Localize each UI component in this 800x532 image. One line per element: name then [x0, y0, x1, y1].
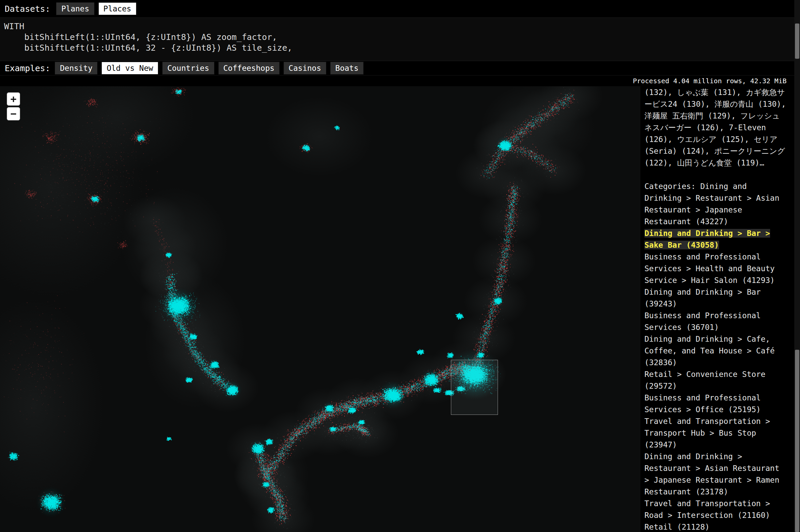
example-button-casinos[interactable]: Casinos — [284, 62, 326, 75]
query-text[interactable]: WITH bitShiftLeft(1::UInt64, {z:UInt8}) … — [4, 21, 800, 53]
example-button-boats[interactable]: Boats — [330, 62, 364, 75]
zoom-out-button[interactable]: − — [7, 107, 20, 120]
datasets-label: Datasets: — [5, 4, 50, 14]
code-scrollbar-thumb[interactable] — [795, 23, 799, 59]
zoom-in-button[interactable]: + — [7, 92, 20, 106]
example-buttons: DensityOld vs NewCountriesCoffeeshopsCas… — [55, 62, 364, 75]
status-text: Processed 4.04 million rows, 42.32 MiB — [633, 77, 786, 85]
dataset-button-planes[interactable]: Planes — [56, 2, 94, 15]
category-item[interactable]: Retail (21128) — [644, 521, 786, 532]
category-text: Dining and Drinking > Restaurant > Asian… — [644, 452, 780, 496]
content-row: + − (132), しゃぶ葉 (131), カギ救急サービス24 (130),… — [0, 86, 800, 532]
examples-bar: Examples: DensityOld vs NewCountriesCoff… — [0, 61, 800, 76]
category-text: Business and Professional Services > Off… — [644, 393, 761, 414]
example-button-coffeeshops[interactable]: Coffeeshops — [218, 62, 279, 75]
dataset-buttons: PlanesPlaces — [56, 2, 136, 15]
map[interactable]: + − — [0, 86, 640, 532]
category-item[interactable]: Travel and Transportation > Transport Hu… — [644, 416, 786, 451]
map-selection-box[interactable] — [451, 360, 498, 415]
app-root: Datasets: PlanesPlaces WITH bitShiftLeft… — [0, 0, 800, 532]
category-item[interactable]: Business and Professional Services > Off… — [644, 392, 786, 416]
category-text: Business and Professional Services > Hea… — [644, 252, 775, 285]
category-text: Dining and Drinking > Bar > Sake Bar (43… — [644, 229, 770, 249]
map-canvas[interactable] — [0, 86, 640, 532]
query-editor[interactable]: WITH bitShiftLeft(1::UInt64, {z:UInt8}) … — [0, 17, 800, 61]
category-item[interactable]: Dining and Drinking > Restaurant > Asian… — [644, 451, 786, 498]
category-item[interactable]: Dining and Drinking > Cafe, Coffee, and … — [644, 333, 786, 368]
dataset-button-places[interactable]: Places — [98, 2, 137, 15]
category-item[interactable]: Travel and Transportation > Road > Inter… — [644, 498, 786, 521]
category-text: Retail > Convenience Store (29572) — [644, 370, 765, 391]
category-item[interactable]: Business and Professional Services (3670… — [644, 310, 786, 333]
category-text: Travel and Transportation > Transport Hu… — [644, 417, 770, 449]
category-text: Business and Professional Services (3670… — [644, 311, 761, 331]
categories-list: Categories: Dining and Drinking > Restau… — [644, 180, 786, 532]
category-item[interactable]: Dining and Drinking > Bar > Sake Bar (43… — [644, 228, 786, 251]
brands-text: (132), しゃぶ葉 (131), カギ救急サービス24 (130), 洋服の… — [644, 87, 786, 169]
category-text: Travel and Transportation > Road > Inter… — [644, 499, 770, 519]
examples-label: Examples: — [5, 63, 50, 73]
status-strip: Processed 4.04 million rows, 42.32 MiB — [0, 76, 800, 86]
datasets-bar: Datasets: PlanesPlaces — [0, 0, 800, 17]
sidebar: (132), しゃぶ葉 (131), カギ救急サービス24 (130), 洋服の… — [640, 86, 788, 532]
zoom-controls: + − — [7, 92, 20, 120]
category-item[interactable]: Business and Professional Services > Hea… — [644, 251, 786, 286]
category-text: Dining and Drinking > Cafe, Coffee, and … — [644, 335, 775, 367]
category-text: Retail (21128) — [644, 522, 710, 531]
categories-label: Categories: — [644, 182, 700, 191]
page-scrollbar[interactable] — [794, 0, 800, 532]
example-button-countries[interactable]: Countries — [162, 62, 214, 75]
page-scrollbar-thumb[interactable] — [795, 350, 799, 532]
category-item[interactable]: Retail > Convenience Store (29572) — [644, 368, 786, 392]
category-item[interactable]: Dining and Drinking > Bar (39243) — [644, 286, 786, 310]
example-button-old-vs-new[interactable]: Old vs New — [102, 62, 158, 75]
category-item[interactable]: Categories: Dining and Drinking > Restau… — [644, 180, 786, 228]
example-button-density[interactable]: Density — [55, 62, 97, 75]
category-text: Dining and Drinking > Bar (39243) — [644, 288, 761, 308]
